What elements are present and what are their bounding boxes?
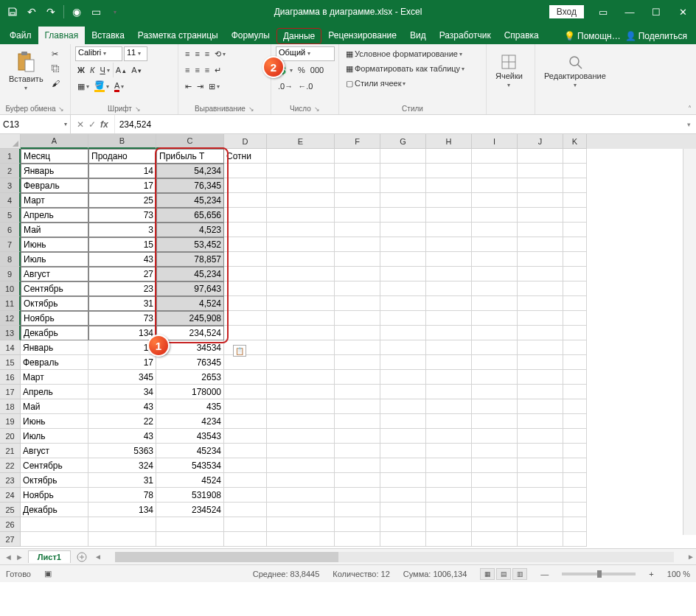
cell[interactable]: 531908 [156,488,224,503]
cell[interactable] [563,311,587,326]
cell[interactable] [21,532,88,547]
cell[interactable] [472,267,518,281]
cell[interactable] [563,223,587,237]
cell[interactable]: 43 [88,399,156,414]
cell[interactable] [426,193,472,208]
increase-indent-button[interactable]: ⇥ [195,79,206,94]
row-header[interactable]: 10 [0,281,21,296]
cell[interactable] [335,444,380,458]
maximize-button[interactable]: ☐ [643,0,669,24]
cell[interactable] [380,458,426,473]
cell[interactable] [426,458,472,473]
cell[interactable]: 31 [88,296,156,311]
cell[interactable] [472,311,518,326]
cell[interactable] [224,178,267,193]
sheet-nav-prev-icon[interactable]: ◄ [4,553,13,561]
cell[interactable] [156,517,224,532]
cell[interactable] [518,281,563,296]
cell[interactable] [472,488,518,503]
cell-styles-button[interactable]: ▢Стили ячеек▾ [344,76,408,91]
row-header[interactable]: 8 [0,252,21,267]
cell[interactable] [426,444,472,458]
cell[interactable] [224,517,267,532]
cell[interactable] [426,326,472,340]
ribbon-tab-вид[interactable]: Вид [403,27,433,44]
cell[interactable]: Январь [21,340,88,355]
cell[interactable]: Апрель [21,385,88,399]
cell[interactable] [335,267,380,281]
decrease-decimal-button[interactable]: ←.0 [296,79,315,94]
cell[interactable] [426,429,472,444]
cell[interactable]: 2653 [156,370,224,385]
cell[interactable]: 43 [88,252,156,267]
ribbon-tab-справка[interactable]: Справка [498,27,546,44]
cell[interactable] [472,385,518,399]
zoom-slider[interactable] [562,573,636,575]
cell[interactable]: Март [21,193,88,208]
cell[interactable]: 17 [88,178,156,193]
cell[interactable]: 43 [88,429,156,444]
horizontal-scrollbar[interactable] [115,552,674,562]
increase-decimal-button[interactable]: .0→ [276,79,295,94]
borders-button[interactable]: ▦▾ [75,79,91,94]
format-painter-button[interactable]: 🖌 [49,76,62,91]
cell[interactable] [426,340,472,355]
cell[interactable] [472,193,518,208]
column-header-K[interactable]: K [563,134,587,149]
formula-bar[interactable]: 234,524 [115,115,681,133]
cell[interactable] [335,385,380,399]
ribbon-tab-разметка страницы[interactable]: Разметка страницы [131,27,225,44]
cell[interactable] [472,355,518,370]
cell[interactable] [472,178,518,193]
cell[interactable] [224,281,267,296]
cell[interactable] [472,237,518,252]
cell[interactable] [88,532,156,547]
cell[interactable]: Декабрь [21,326,88,340]
cell[interactable]: Июль [21,429,88,444]
cell[interactable] [518,503,563,517]
cell[interactable] [472,458,518,473]
cell[interactable] [224,252,267,267]
decrease-font-button[interactable]: A▾ [129,63,144,77]
cell[interactable]: 54,234 [156,164,224,178]
orientation-button[interactable]: ⟲▾ [212,46,228,61]
cell[interactable] [380,385,426,399]
cell[interactable]: Продано [88,149,156,164]
cell[interactable] [472,429,518,444]
bold-button[interactable]: Ж [75,63,87,77]
fx-icon[interactable]: fx [100,119,108,130]
cell[interactable] [335,149,380,164]
cell[interactable] [267,281,335,296]
cell[interactable]: 14 [88,164,156,178]
cell[interactable] [563,429,587,444]
cell[interactable] [335,237,380,252]
cell[interactable] [518,355,563,370]
cell[interactable] [335,370,380,385]
undo-icon[interactable]: ↶ [24,4,40,20]
cell[interactable] [518,488,563,503]
fill-color-button[interactable]: 🪣▾ [92,79,111,94]
cell[interactable] [563,208,587,223]
cell[interactable] [563,414,587,429]
cell[interactable] [518,399,563,414]
row-header[interactable]: 23 [0,473,21,488]
cell[interactable] [335,414,380,429]
percent-button[interactable]: % [296,63,307,77]
cell[interactable]: 4234 [156,414,224,429]
cell[interactable]: 45,234 [156,193,224,208]
cell[interactable] [563,193,587,208]
cell[interactable] [563,340,587,355]
cell[interactable]: 97,643 [156,281,224,296]
row-header[interactable]: 27 [0,532,21,547]
dialog-launcher-icon[interactable]: ↘ [248,105,254,113]
share-button[interactable]: 👤Поделиться [625,31,687,41]
align-top-button[interactable]: ≡ [183,46,192,61]
cell[interactable] [426,399,472,414]
conditional-formatting-button[interactable]: ▦Условное форматирование▾ [344,46,464,61]
cell[interactable] [224,429,267,444]
cell[interactable] [267,178,335,193]
cell[interactable] [21,517,88,532]
cell[interactable] [472,164,518,178]
cell[interactable] [335,281,380,296]
number-format-combo[interactable]: Общий ▾ [276,46,335,61]
